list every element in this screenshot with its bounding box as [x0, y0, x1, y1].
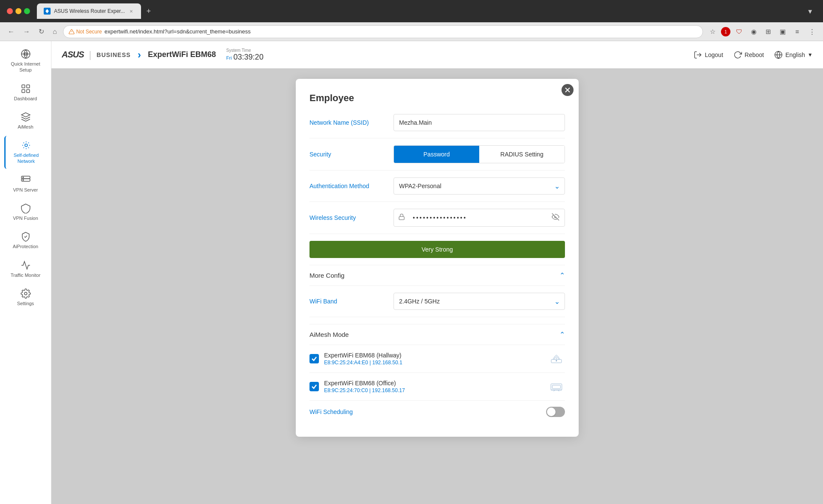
- bookmark-button[interactable]: ☆: [706, 26, 718, 38]
- sidebar-item-quick-internet[interactable]: Quick Internet Setup: [4, 45, 47, 78]
- home-button[interactable]: ⌂: [50, 26, 60, 37]
- auth-method-select[interactable]: WPA2-Personal WPA3-Personal WPA2/WPA3-Pe…: [393, 177, 565, 195]
- tab-title: ASUS Wireless Router Exper...: [54, 8, 125, 14]
- new-tab-button[interactable]: +: [143, 5, 154, 18]
- system-time-value: 03:39:20: [234, 53, 264, 62]
- dashboard-icon: [21, 84, 31, 94]
- chevron-right-icon: ›: [138, 49, 141, 61]
- extensions-list-button[interactable]: ⊞: [762, 26, 774, 38]
- lock-icon: [394, 213, 409, 222]
- maximize-window-button[interactable]: [24, 8, 30, 14]
- mesh-node-office-checkbox[interactable]: [309, 382, 319, 391]
- mesh-node-hallway-checkbox[interactable]: [309, 354, 319, 363]
- quick-internet-icon: [21, 49, 31, 59]
- sidebar-item-settings[interactable]: Settings: [4, 284, 47, 311]
- svg-point-7: [25, 144, 27, 147]
- brand-logo: ASUS | BUSINESS: [62, 49, 131, 60]
- address-bar[interactable]: Not Secure expertwifi.net/index.html?url…: [63, 25, 703, 38]
- wireless-security-label: Wireless Security: [309, 214, 387, 221]
- traffic-monitor-label: Traffic Monitor: [11, 272, 41, 278]
- sidebar-item-dashboard[interactable]: Dashboard: [4, 79, 47, 106]
- sidebar-item-vpn-server[interactable]: VPN Server: [4, 171, 47, 197]
- sidebar-toggle-button[interactable]: ▣: [777, 26, 789, 38]
- aimesh-mode-chevron-icon: ⌃: [559, 330, 565, 339]
- not-secure-label: Not Secure: [76, 29, 102, 35]
- sidebar-item-traffic-monitor[interactable]: Traffic Monitor: [4, 256, 47, 282]
- browser-toolbar: ← → ↻ ⌂ Not Secure expertwifi.net/index.…: [0, 22, 823, 41]
- mesh-node-hallway-name: ExpertWiFi EBM68 (Hallway): [324, 352, 543, 359]
- sidebar-item-aimesh[interactable]: AiMesh: [4, 108, 47, 134]
- reboot-label: Reboot: [745, 51, 764, 58]
- reboot-icon: [733, 51, 742, 59]
- url-display: expertwifi.net/index.html?url=sdn&curren…: [105, 28, 251, 35]
- minimize-window-button[interactable]: [15, 8, 21, 14]
- password-security-button[interactable]: Password: [394, 146, 479, 163]
- logout-button[interactable]: Logout: [694, 51, 723, 59]
- mesh-node-hallway-mac: E8:9C:25:24:A4:E0 | 192.168.50.1: [324, 360, 543, 366]
- svg-line-26: [558, 390, 559, 391]
- svg-rect-4: [27, 85, 30, 88]
- mesh-node-office-mac: E8:9C:25:24:70:C0 | 192.168.50.17: [324, 387, 543, 393]
- system-time: System Time Fri 03:39:20: [226, 48, 264, 62]
- browser-settings-button[interactable]: ⋮: [806, 26, 818, 38]
- more-config-label: More Config: [309, 272, 345, 279]
- auth-method-control: WPA2-Personal WPA3-Personal WPA2/WPA3-Pe…: [393, 177, 565, 195]
- language-button[interactable]: English ▼: [774, 51, 813, 59]
- password-visibility-toggle[interactable]: [547, 213, 565, 223]
- traffic-monitor-icon: [21, 260, 31, 270]
- radius-security-button[interactable]: RADIUS Setting: [479, 146, 565, 163]
- settings-label: Settings: [17, 300, 34, 306]
- header-and-content: ASUS | BUSINESS › ExpertWiFi EBM68 Syste…: [51, 41, 823, 504]
- header-actions: Logout Reboot English ▼: [694, 51, 813, 59]
- checkmark-icon: [311, 356, 317, 362]
- reload-button[interactable]: ↻: [36, 26, 47, 37]
- settings-icon: [21, 288, 31, 299]
- wireless-security-control: [393, 209, 565, 227]
- reboot-button[interactable]: Reboot: [733, 51, 764, 59]
- system-time-label: System Time: [226, 48, 264, 53]
- profile-button[interactable]: ◉: [748, 26, 760, 38]
- dashboard-label: Dashboard: [14, 96, 37, 102]
- business-text: BUSINESS: [96, 51, 131, 58]
- wifi-band-dropdown[interactable]: 2.4GHz / 5GHz 2.4GHz only 5GHz only ⌄: [393, 293, 565, 310]
- wifi-scheduling-toggle[interactable]: [546, 407, 565, 417]
- wifi-scheduling-row: WiFi Scheduling: [309, 400, 565, 423]
- svg-rect-3: [22, 85, 25, 88]
- brand-divider: |: [89, 49, 92, 60]
- shield-button[interactable]: 🛡: [733, 26, 745, 38]
- browser-titlebar: ASUS Wireless Router Exper... ✕ + ▼: [0, 0, 823, 22]
- wifi-band-control: 2.4GHz / 5GHz 2.4GHz only 5GHz only ⌄: [393, 293, 565, 310]
- svg-point-21: [556, 360, 557, 361]
- network-name-control: [393, 114, 565, 131]
- app-header: ASUS | BUSINESS › ExpertWiFi EBM68 Syste…: [51, 41, 823, 69]
- app-wrapper: Quick Internet Setup Dashboard AiMesh Se…: [0, 41, 823, 504]
- mesh-node-office-info: ExpertWiFi EBM68 (Office) E8:9C:25:24:70…: [324, 380, 543, 393]
- mesh-node-office-name: ExpertWiFi EBM68 (Office): [324, 380, 543, 387]
- tab-close-button[interactable]: ✕: [128, 8, 134, 14]
- vpn-server-label: VPN Server: [13, 187, 38, 193]
- auth-method-dropdown[interactable]: WPA2-Personal WPA3-Personal WPA2/WPA3-Pe…: [393, 177, 565, 195]
- wireless-security-input[interactable]: [409, 209, 547, 226]
- forward-button[interactable]: →: [21, 26, 33, 37]
- sidebar-item-vpn-fusion[interactable]: VPN Fusion: [4, 199, 47, 225]
- security-toggle: Password RADIUS Setting: [393, 145, 565, 163]
- password-field: [393, 209, 565, 227]
- aimesh-mode-section[interactable]: AiMesh Mode ⌃: [309, 324, 565, 345]
- wifi-band-select[interactable]: 2.4GHz / 5GHz 2.4GHz only 5GHz only: [393, 293, 565, 310]
- extensions-button[interactable]: 1: [721, 27, 730, 36]
- sidebar-item-aiprotection[interactable]: AiProtection: [4, 227, 47, 254]
- back-button[interactable]: ←: [5, 26, 17, 37]
- language-icon: [774, 51, 783, 59]
- aimesh-mode-label: AiMesh Mode: [309, 331, 349, 338]
- reader-button[interactable]: ≡: [791, 26, 803, 38]
- main-area: Employee Network Name (SSID) Security: [51, 69, 823, 504]
- security-label: Security: [309, 151, 387, 158]
- sidebar-item-self-defined[interactable]: Self-defined Network: [4, 136, 47, 169]
- browser-menu-button[interactable]: ▼: [804, 5, 816, 17]
- more-config-section[interactable]: More Config ⌃: [309, 265, 565, 285]
- network-name-input[interactable]: [393, 114, 565, 131]
- active-tab[interactable]: ASUS Wireless Router Exper... ✕: [37, 3, 141, 19]
- close-window-button[interactable]: [7, 8, 13, 14]
- aiprotection-label: AiProtection: [13, 243, 38, 249]
- modal-close-button[interactable]: [562, 84, 574, 96]
